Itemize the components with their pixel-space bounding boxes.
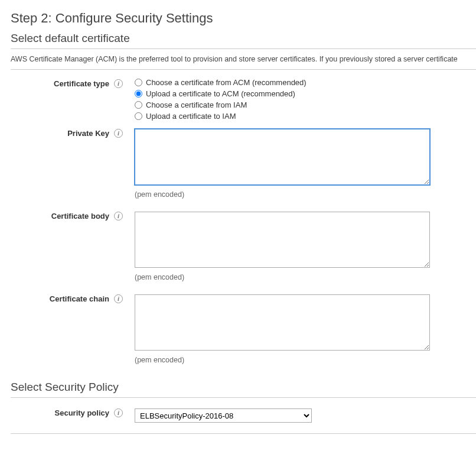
- label-col: Certificate chain i: [11, 294, 135, 364]
- info-icon[interactable]: i: [114, 408, 123, 417]
- section-select-certificate-title: Select default certificate: [11, 32, 476, 49]
- info-icon[interactable]: i: [114, 129, 123, 138]
- info-icon[interactable]: i: [114, 79, 123, 88]
- certificate-type-label: Certificate type: [54, 79, 109, 88]
- radio-input-choose-iam[interactable]: [135, 101, 142, 109]
- row-certificate-body: Certificate body i (pem encoded): [11, 212, 476, 281]
- step-title: Step 2: Configure Security Settings: [11, 11, 476, 26]
- radio-upload-iam[interactable]: Upload a certificate to IAM: [135, 112, 476, 121]
- intro-text: AWS Certificate Manager (ACM) is the pre…: [11, 53, 476, 70]
- radio-label: Choose a certificate from ACM (recommend…: [146, 78, 307, 87]
- radio-label: Upload a certificate to IAM: [146, 112, 236, 121]
- certificate-chain-input[interactable]: [135, 294, 430, 351]
- row-certificate-chain: Certificate chain i (pem encoded): [11, 294, 476, 364]
- private-key-label: Private Key: [67, 129, 109, 138]
- radio-label: Choose a certificate from IAM: [146, 100, 247, 109]
- certificate-body-label: Certificate body: [51, 212, 109, 220]
- radio-choose-iam[interactable]: Choose a certificate from IAM: [135, 100, 476, 109]
- radio-input-upload-iam[interactable]: [135, 112, 142, 120]
- radio-choose-acm[interactable]: Choose a certificate from ACM (recommend…: [135, 78, 476, 87]
- certificate-chain-label: Certificate chain: [50, 294, 109, 303]
- info-icon[interactable]: i: [114, 294, 123, 303]
- label-col: Private Key i: [11, 129, 135, 199]
- hint-pem: (pem encoded): [135, 190, 476, 199]
- certificate-body-input[interactable]: [135, 212, 430, 268]
- private-key-input[interactable]: [135, 129, 430, 185]
- certificate-type-radio-group: Choose a certificate from ACM (recommend…: [135, 78, 476, 121]
- radio-input-upload-acm[interactable]: [135, 90, 142, 98]
- section-security-policy-title: Select Security Policy: [11, 381, 476, 398]
- hint-pem: (pem encoded): [135, 356, 476, 364]
- radio-input-choose-acm[interactable]: [135, 79, 142, 86]
- input-col: (pem encoded): [135, 129, 476, 199]
- info-icon[interactable]: i: [114, 212, 123, 220]
- hint-pem: (pem encoded): [135, 273, 476, 281]
- label-col: Security policy i: [11, 408, 135, 423]
- security-policy-label: Security policy: [55, 408, 109, 417]
- input-col: (pem encoded): [135, 294, 476, 364]
- row-security-policy: Security policy i ELBSecurityPolicy-2016…: [11, 408, 476, 434]
- input-col: ELBSecurityPolicy-2016-08: [135, 408, 476, 423]
- label-col: Certificate body i: [11, 212, 135, 281]
- input-col: Choose a certificate from ACM (recommend…: [135, 78, 476, 121]
- input-col: (pem encoded): [135, 212, 476, 281]
- radio-upload-acm[interactable]: Upload a certificate to ACM (recommended…: [135, 89, 476, 98]
- radio-label: Upload a certificate to ACM (recommended…: [146, 89, 295, 98]
- security-policy-select[interactable]: ELBSecurityPolicy-2016-08: [135, 408, 312, 423]
- label-col: Certificate type i: [11, 78, 135, 121]
- row-certificate-type: Certificate type i Choose a certificate …: [11, 78, 476, 121]
- row-private-key: Private Key i (pem encoded): [11, 129, 476, 199]
